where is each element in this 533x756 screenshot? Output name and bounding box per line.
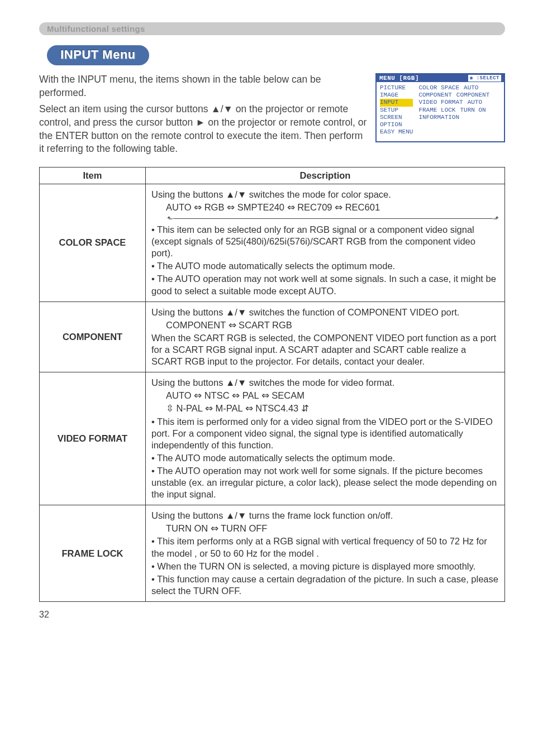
osd-left-col: PICTURE IMAGE INPUT SETUP SCREEN OPTION …: [380, 84, 413, 136]
vf-options-1: AUTO ⇔ NTSC ⇔ PAL ⇔ SECAM: [166, 390, 499, 401]
osd-key: VIDEO FORMAT: [418, 99, 463, 106]
comp-p1: When the SCART RGB is selected, the COMP…: [151, 332, 499, 367]
item-color-space: COLOR SPACE: [40, 184, 146, 302]
vf-options-2: ⇳ N-PAL ⇔ M-PAL ⇔ NTSC4.43 ⇵: [166, 403, 499, 414]
item-component: COMPONENT: [40, 302, 146, 372]
page-number: 32: [39, 610, 505, 620]
osd-val: TURN ON: [460, 107, 486, 114]
intro-row: With the INPUT menu, the items shown in …: [39, 73, 505, 159]
osd-preview: MENU [RGB] ◉ :SELECT PICTURE IMAGE INPUT…: [375, 73, 505, 142]
osd-titlebar: MENU [RGB] ◉ :SELECT: [377, 74, 504, 82]
desc-component: Using the buttons ▲/▼ switches the funct…: [146, 302, 505, 372]
table-header-row: Item Description: [40, 167, 505, 184]
osd-key: FRAME LOCK: [418, 107, 455, 114]
osd-item: EASY MENU: [380, 128, 413, 136]
osd-item: OPTION: [380, 121, 413, 128]
comp-line1: Using the buttons ▲/▼ switches the funct…: [151, 307, 499, 318]
text: switches the function of COMPONENT VIDEO…: [246, 307, 459, 317]
text: turns the frame lock function on/off.: [246, 510, 393, 520]
osd-item: PICTURE: [380, 84, 413, 92]
osd-item: SETUP: [380, 107, 413, 114]
cs-line1: Using the buttons ▲/▼ switches the mode …: [151, 189, 499, 200]
vf-b1: • This item is performed only for a vide…: [151, 416, 499, 451]
fl-b3: • This function may cause a certain degr…: [151, 573, 499, 597]
text: Using the buttons: [151, 189, 226, 199]
desc-video-format: Using the buttons ▲/▼ switches the mode …: [146, 372, 505, 505]
up-down-arrows: ▲/▼: [226, 510, 246, 520]
osd-row: INFORMATION: [418, 114, 501, 121]
up-down-arrows: ▲/▼: [226, 377, 246, 387]
settings-table: Item Description COLOR SPACE Using the b…: [39, 167, 505, 602]
osd-title-right: ◉ :SELECT: [468, 75, 501, 82]
intro-p1: With the INPUT menu, the items shown in …: [39, 73, 368, 99]
osd-row: FRAME LOCKTURN ON: [418, 107, 501, 114]
osd-body: PICTURE IMAGE INPUT SETUP SCREEN OPTION …: [377, 82, 504, 141]
osd-val: COMPONENT: [456, 92, 489, 99]
cycle-arrow-line: ⬑⬏: [167, 214, 499, 223]
line: [173, 218, 493, 219]
osd-item-highlighted: INPUT: [380, 99, 413, 106]
fl-options: TURN ON ⇔ TURN OFF: [166, 523, 499, 534]
intro-p2-a: Select an item using the cursor buttons: [39, 103, 211, 114]
osd-row: COLOR SPACEAUTO: [418, 84, 501, 92]
up-down-arrows: ▲/▼: [226, 307, 246, 317]
osd-item: SCREEN: [380, 114, 413, 121]
osd-row: COMPONENTCOMPONENT: [418, 92, 501, 99]
text: switches the mode for video format.: [246, 377, 394, 387]
vf-b3: • The AUTO operation may not work well f…: [151, 465, 499, 500]
fl-line1: Using the buttons ▲/▼ turns the frame lo…: [151, 510, 499, 521]
osd-right-col: COLOR SPACEAUTO COMPONENTCOMPONENT VIDEO…: [418, 84, 501, 136]
item-video-format: VIDEO FORMAT: [40, 372, 146, 505]
cs-b1: • This item can be selected only for an …: [151, 224, 499, 259]
osd-key: COMPONENT: [418, 92, 451, 99]
text: Using the buttons: [151, 307, 226, 317]
right-arrow: ►: [196, 117, 205, 128]
desc-frame-lock: Using the buttons ▲/▼ turns the frame lo…: [146, 505, 505, 602]
osd-key: COLOR SPACE: [418, 84, 459, 92]
osd-key: INFORMATION: [418, 114, 459, 121]
cs-b3: • The AUTO operation may not work well a…: [151, 273, 499, 296]
osd-val: AUTO: [464, 84, 478, 92]
cs-options: AUTO ⇔ RGB ⇔ SMPTE240 ⇔ REC709 ⇔ REC601: [166, 202, 499, 213]
table-row: VIDEO FORMAT Using the buttons ▲/▼ switc…: [40, 372, 505, 505]
desc-color-space: Using the buttons ▲/▼ switches the mode …: [146, 184, 505, 302]
item-frame-lock: FRAME LOCK: [40, 505, 146, 602]
up-down-arrows: ▲/▼: [211, 103, 233, 114]
table-row: COMPONENT Using the buttons ▲/▼ switches…: [40, 302, 505, 372]
osd-select-label: :SELECT: [477, 75, 499, 81]
text: switches the mode for color space.: [246, 189, 391, 199]
fl-b2: • When the TURN ON is selected, a moving…: [151, 561, 499, 572]
vf-b2: • The AUTO mode automatically selects th…: [151, 452, 499, 464]
intro-text: With the INPUT menu, the items shown in …: [39, 73, 368, 159]
up-down-arrows: ▲/▼: [226, 189, 246, 199]
intro-p2: Select an item using the cursor buttons …: [39, 103, 368, 156]
header-description: Description: [146, 167, 505, 184]
vf-line1: Using the buttons ▲/▼ switches the mode …: [151, 377, 499, 389]
osd-row: VIDEO FORMATAUTO: [418, 99, 501, 106]
osd-item: IMAGE: [380, 92, 413, 99]
table-row: COLOR SPACE Using the buttons ▲/▼ switch…: [40, 184, 505, 302]
osd-title-left: MENU [RGB]: [379, 75, 419, 82]
uparrow-icon: ⬏: [493, 214, 499, 223]
uparrow-icon: ⬑: [167, 214, 173, 223]
fl-b1: • This item performs only at a RGB signa…: [151, 535, 499, 559]
cs-b2: • The AUTO mode automatically selects th…: [151, 260, 499, 272]
text: Using the buttons: [151, 377, 226, 387]
table-row: FRAME LOCK Using the buttons ▲/▼ turns t…: [40, 505, 505, 602]
header-item: Item: [40, 167, 146, 184]
osd-val: AUTO: [468, 99, 482, 106]
section-band: Multifunctional settings: [39, 22, 505, 35]
comp-options: COMPONENT ⇔ SCART RGB: [166, 319, 499, 331]
menu-title-pill: INPUT Menu: [47, 45, 149, 65]
text: Using the buttons: [151, 510, 226, 520]
